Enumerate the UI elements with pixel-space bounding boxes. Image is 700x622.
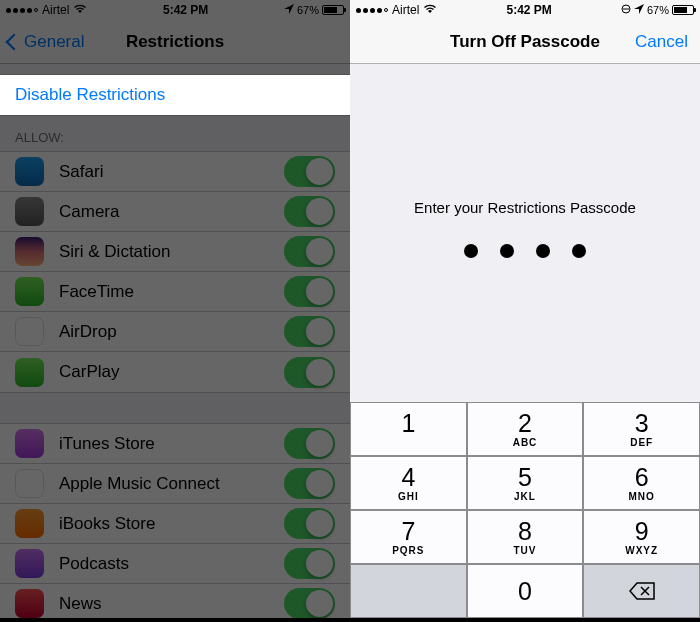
passcode-prompt: Enter your Restrictions Passcode [370, 199, 680, 216]
passcode-screen: Airtel 5:42 PM 67% Turn Off Passcode Can… [350, 0, 700, 618]
status-bar: Airtel 5:42 PM 67% [350, 0, 700, 20]
restrictions-screen: Airtel 5:42 PM 67% General Restrictions … [0, 0, 350, 618]
allow-list-1: SafariCameraSiri & DictationFaceTimeAirD… [0, 151, 350, 393]
key-2[interactable]: 2ABC [467, 402, 584, 456]
signal-icon [356, 8, 388, 13]
clock: 5:42 PM [506, 3, 551, 17]
nav-header: Turn Off Passcode Cancel [350, 20, 700, 64]
toggle-facetime[interactable] [284, 276, 335, 307]
key-number: 3 [635, 411, 649, 436]
row-label: News [59, 594, 284, 614]
ibooks-icon [15, 509, 44, 538]
toggle-camera[interactable] [284, 196, 335, 227]
row-itunes: iTunes Store [0, 424, 350, 464]
location-icon [634, 4, 644, 16]
key-number: 7 [401, 519, 415, 544]
carplay-icon [15, 358, 44, 387]
row-news: News [0, 584, 350, 618]
key-number: 0 [518, 579, 532, 604]
page-title: Restrictions [126, 32, 224, 52]
toggle-applemusic[interactable] [284, 468, 335, 499]
row-label: Safari [59, 162, 284, 182]
status-bar: Airtel 5:42 PM 67% [0, 0, 350, 20]
toggle-podcasts[interactable] [284, 548, 335, 579]
toggle-safari[interactable] [284, 156, 335, 187]
key-4[interactable]: 4GHI [350, 456, 467, 510]
toggle-news[interactable] [284, 588, 335, 618]
key-number: 4 [401, 465, 415, 490]
allow-list-2: iTunes StoreApple Music ConnectiBooks St… [0, 423, 350, 618]
backspace-icon [629, 582, 655, 600]
row-label: CarPlay [59, 362, 284, 382]
battery-icon [672, 5, 694, 15]
clock: 5:42 PM [163, 3, 208, 17]
toggle-itunes[interactable] [284, 428, 335, 459]
row-label: Apple Music Connect [59, 474, 284, 494]
key-letters: WXYZ [625, 545, 658, 556]
signal-icon [6, 8, 38, 13]
passcode-area: Enter your Restrictions Passcode [350, 64, 700, 258]
row-siri: Siri & Dictation [0, 232, 350, 272]
battery-percent: 67% [647, 4, 669, 16]
toggle-ibooks[interactable] [284, 508, 335, 539]
applemusic-icon [15, 469, 44, 498]
key-number: 6 [635, 465, 649, 490]
cancel-button[interactable]: Cancel [635, 32, 688, 52]
key-3[interactable]: 3DEF [583, 402, 700, 456]
do-not-disturb-icon [621, 4, 631, 16]
battery-percent: 67% [297, 4, 319, 16]
row-ibooks: iBooks Store [0, 504, 350, 544]
wifi-icon [73, 3, 87, 17]
itunes-icon [15, 429, 44, 458]
row-label: iBooks Store [59, 514, 284, 534]
row-label: AirDrop [59, 322, 284, 342]
safari-icon [15, 157, 44, 186]
row-podcasts: Podcasts [0, 544, 350, 584]
key-letters: PQRS [392, 545, 424, 556]
toggle-airdrop[interactable] [284, 316, 335, 347]
row-airdrop: AirDrop [0, 312, 350, 352]
toggle-siri[interactable] [284, 236, 335, 267]
key-letters: MNO [629, 491, 655, 502]
numeric-keypad: 1 2ABC3DEF4GHI5JKL6MNO7PQRS8TUV9WXYZ0 [350, 402, 700, 618]
row-label: Camera [59, 202, 284, 222]
passcode-dots [370, 244, 680, 258]
carrier-label: Airtel [392, 3, 419, 17]
key-5[interactable]: 5JKL [467, 456, 584, 510]
airdrop-icon [15, 317, 44, 346]
key-number: 5 [518, 465, 532, 490]
key-number: 8 [518, 519, 532, 544]
chevron-left-icon [6, 33, 23, 50]
wifi-icon [423, 3, 437, 17]
key-letters: GHI [398, 491, 419, 502]
key-number: 1 [401, 411, 415, 436]
key-7[interactable]: 7PQRS [350, 510, 467, 564]
allow-header: ALLOW: [0, 116, 350, 151]
key-9[interactable]: 9WXYZ [583, 510, 700, 564]
key-letters: ABC [513, 437, 538, 448]
key-blank [350, 564, 467, 618]
row-applemusic: Apple Music Connect [0, 464, 350, 504]
key-8[interactable]: 8TUV [467, 510, 584, 564]
news-icon [15, 589, 44, 618]
backspace-key[interactable] [583, 564, 700, 618]
nav-header: General Restrictions [0, 20, 350, 64]
disable-restrictions-cell[interactable]: Disable Restrictions [0, 75, 350, 115]
back-label: General [24, 32, 84, 52]
key-0[interactable]: 0 [467, 564, 584, 618]
camera-icon [15, 197, 44, 226]
key-6[interactable]: 6MNO [583, 456, 700, 510]
battery-icon [322, 5, 344, 15]
siri-icon [15, 237, 44, 266]
key-1[interactable]: 1 [350, 402, 467, 456]
toggle-carplay[interactable] [284, 357, 335, 388]
row-camera: Camera [0, 192, 350, 232]
row-label: Podcasts [59, 554, 284, 574]
back-button[interactable]: General [8, 32, 84, 52]
row-label: FaceTime [59, 282, 284, 302]
row-facetime: FaceTime [0, 272, 350, 312]
page-title: Turn Off Passcode [450, 32, 600, 52]
disable-restrictions-label: Disable Restrictions [15, 85, 165, 105]
key-letters: DEF [630, 437, 653, 448]
facetime-icon [15, 277, 44, 306]
